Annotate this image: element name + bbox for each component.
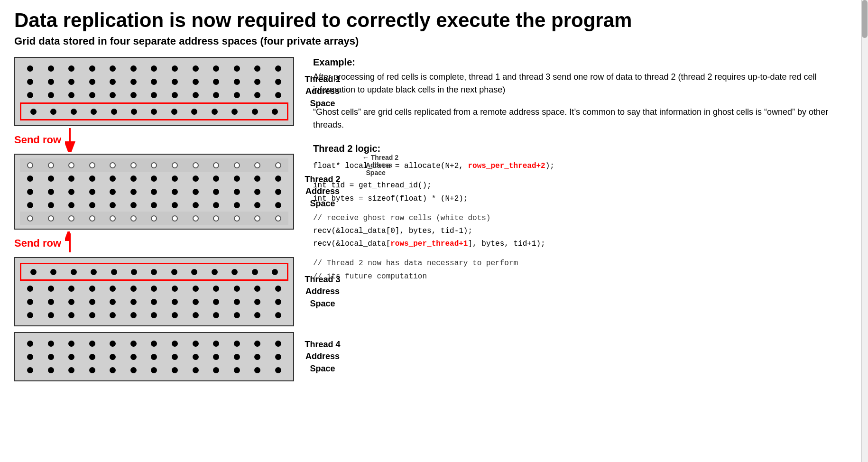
thread2-row3	[20, 185, 288, 198]
thread3-label: Thread 3AddressSpace	[296, 274, 349, 310]
thread1-row1	[20, 62, 288, 75]
send-row-1-label: Send row	[14, 134, 61, 146]
thread3-row4	[20, 308, 288, 322]
thread3-row2	[20, 282, 288, 295]
thread1-grid	[14, 57, 294, 126]
thread1-section: Thread 1AddressSpace Send row	[14, 57, 294, 154]
thread2-ghost-top	[20, 158, 288, 172]
right-panel: Example: After processing of red cells i…	[313, 57, 854, 381]
code-red-0: rows_per_thread+2	[468, 162, 545, 170]
thread2-label: Thread 2AddressSpace	[296, 174, 349, 210]
example-title: Example:	[313, 57, 854, 68]
thread4-row1	[20, 337, 288, 350]
thread1-red-row	[20, 102, 288, 120]
thread4-grid	[14, 332, 294, 381]
thread2-grid	[14, 154, 294, 230]
code-line-6: recv(&local_data[rows_per_thread+1], byt…	[313, 238, 854, 250]
thread1-row3	[20, 88, 288, 102]
send-row-2-arrow	[65, 231, 84, 255]
send-row-1-arrow	[65, 128, 84, 152]
code-line-3: int bytes = sizeof(float) * (N+2);	[313, 193, 854, 205]
example-text: After processing of red cells is complet…	[313, 71, 854, 96]
send-row-2-label: Send row	[14, 237, 61, 249]
thread4-label: Thread 4AddressSpace	[296, 339, 349, 375]
code-spacer-2	[313, 205, 854, 212]
code-spacer-3	[313, 250, 854, 257]
code-line-2: int tid = get_thread_id();	[313, 179, 854, 192]
code-red-1: rows_per_thread+1	[390, 240, 468, 248]
diagram-container: Thread 1AddressSpace Send row	[14, 57, 294, 381]
code-line-comment3: // its future computation	[313, 270, 854, 283]
thread1-row2	[20, 75, 288, 88]
thread3-row3	[20, 295, 288, 308]
code-line-comment2: // Thread 2 now has data necessary to pe…	[313, 257, 854, 270]
thread2-section: Thread 2AddressSpace ← Thread 2 Address …	[14, 154, 294, 257]
left-panel: Thread 1AddressSpace Send row	[14, 57, 294, 381]
thread1-label: Thread 1AddressSpace	[296, 74, 349, 110]
code-line-5: recv(&local_data[0], bytes, tid-1);	[313, 225, 854, 238]
scrollbar-track[interactable]	[861, 0, 868, 462]
thread3-grid	[14, 257, 294, 326]
thread4-section: Thread 4AddressSpace	[14, 332, 294, 381]
thread3-section: Thread 3AddressSpace	[14, 257, 294, 326]
thread2-logic-title: Thread 2 logic:	[313, 143, 854, 154]
scrollbar-thumb[interactable]	[862, 0, 868, 38]
subtitle: Grid data stored in four separate addres…	[14, 35, 854, 47]
ghost-cells-text: “Ghost cells” are grid cells replicated …	[313, 106, 854, 131]
code-line-comment1: // receive ghost row cells (white dots)	[313, 212, 854, 225]
thread2-row4	[20, 198, 288, 212]
send-row-1-container: Send row	[14, 126, 294, 154]
thread3-red-row	[20, 263, 288, 281]
thread4-row2	[20, 350, 288, 363]
thread2-ghost-bottom	[20, 212, 288, 225]
thread2-row2	[20, 172, 288, 185]
main-title: Data replication is now required to corr…	[14, 9, 854, 31]
thread4-row3	[20, 363, 288, 377]
code-block: float* local_data = allocate(N+2, rows_p…	[313, 160, 854, 283]
send-row-2-container: Send row	[14, 230, 294, 257]
thread2-arrow-label: ← Thread 2 Address Space	[362, 154, 398, 176]
